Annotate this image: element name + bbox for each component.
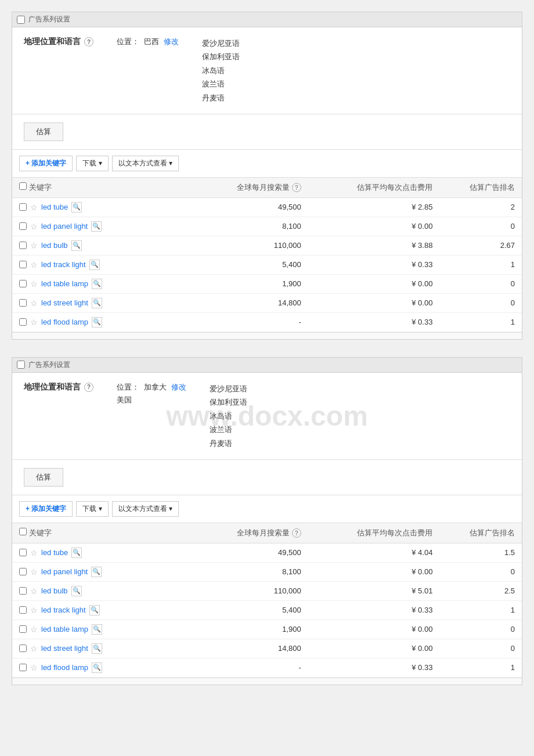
table-row: ☆ led flood lamp 🔍 - ¥ 0.33 1 <box>12 312 522 332</box>
select-all-1[interactable] <box>19 182 27 190</box>
row-checkbox-2-2[interactable] <box>19 587 27 595</box>
download-btn-2[interactable]: 下载 ▾ <box>76 501 108 517</box>
row-checkbox-2-0[interactable] <box>19 549 27 556</box>
star-icon-1-3[interactable]: ☆ <box>30 260 38 269</box>
geo-help-icon-1[interactable]: ? <box>84 37 93 46</box>
row-checkbox-1-2[interactable] <box>19 242 27 249</box>
keyword-link-2-3[interactable]: led track light <box>41 606 86 614</box>
searches-cell-2-0: 49,500 <box>176 543 308 562</box>
section2-checkbox[interactable] <box>17 361 25 369</box>
row-checkbox-1-0[interactable] <box>19 203 27 211</box>
row-checkbox-1-3[interactable] <box>19 261 27 268</box>
keyword-cell-2-3: ☆ led track light 🔍 <box>12 600 176 620</box>
row-checkbox-2-5[interactable] <box>19 645 27 652</box>
search-icon-btn-1-6[interactable]: 🔍 <box>92 317 102 327</box>
star-icon-2-6[interactable]: ☆ <box>30 663 38 672</box>
row-checkbox-2-3[interactable] <box>19 606 27 614</box>
keyword-link-2-0[interactable]: led tube <box>41 548 68 557</box>
star-icon-1-5[interactable]: ☆ <box>30 298 38 308</box>
row-checkbox-1-4[interactable] <box>19 280 27 287</box>
download-btn-1[interactable]: 下载 ▾ <box>76 156 108 171</box>
search-icon-btn-1-5[interactable]: 🔍 <box>92 298 102 308</box>
geo-help-icon-2[interactable]: ? <box>84 383 93 392</box>
text-view-btn-2[interactable]: 以文本方式查看 ▾ <box>112 501 179 517</box>
star-icon-2-4[interactable]: ☆ <box>30 625 38 634</box>
rank-cell-1-0: 2 <box>439 197 522 217</box>
select-all-2[interactable] <box>19 528 27 535</box>
keyword-cell-1-3: ☆ led track light 🔍 <box>12 255 176 274</box>
col-header-searches-1: 全球每月搜索量 ? <box>176 177 308 197</box>
add-keyword-btn-2[interactable]: + 添加关键字 <box>19 501 73 517</box>
location-label-2: 位置： <box>117 382 139 393</box>
search-icon-btn-1-0[interactable]: 🔍 <box>71 202 82 213</box>
search-icon-btn-2-1[interactable]: 🔍 <box>91 567 102 577</box>
row-checkbox-2-6[interactable] <box>19 664 27 671</box>
row-checkbox-2-1[interactable] <box>19 568 27 575</box>
lang-list-1: 爱沙尼亚语 保加利亚语 冰岛语 波兰语 丹麦语 <box>202 37 240 105</box>
search-icon-btn-2-2[interactable]: 🔍 <box>71 586 82 596</box>
searches-cell-1-0: 49,500 <box>176 197 308 217</box>
keyword-link-1-5[interactable]: led street light <box>41 298 88 307</box>
geo-lang-section-1: 地理位置和语言 ? 位置： 巴西 修改 爱沙尼亚语 保加利亚语 冰岛语 波兰语 … <box>12 27 522 114</box>
location-info-1: 位置： 巴西 修改 <box>117 37 179 47</box>
row-checkbox-2-4[interactable] <box>19 625 27 633</box>
star-icon-2-0[interactable]: ☆ <box>30 548 38 557</box>
location-row-2: 位置： 加拿大 修改 <box>117 382 186 393</box>
row-checkbox-1-5[interactable] <box>19 299 27 307</box>
table-row: ☆ led flood lamp 🔍 - ¥ 0.33 1 <box>12 658 522 677</box>
keyword-link-1-4[interactable]: led table lamp <box>41 279 88 288</box>
searches-cell-1-1: 8,100 <box>176 217 308 236</box>
search-icon-btn-1-4[interactable]: 🔍 <box>92 279 102 289</box>
search-icon-btn-1-3[interactable]: 🔍 <box>89 260 100 270</box>
table-row: ☆ led tube 🔍 49,500 ¥ 4.04 1.5 <box>12 543 522 562</box>
section1-checkbox[interactable] <box>17 16 25 24</box>
search-icon-btn-2-4[interactable]: 🔍 <box>92 624 102 635</box>
modify-link-1[interactable]: 修改 <box>164 37 179 47</box>
search-icon-btn-2-3[interactable]: 🔍 <box>89 605 100 615</box>
keyword-link-2-4[interactable]: led table lamp <box>41 625 88 633</box>
cpc-cell-1-6: ¥ 0.33 <box>308 312 440 332</box>
row-checkbox-1-6[interactable] <box>19 318 27 326</box>
searches-cell-1-3: 5,400 <box>176 255 308 274</box>
keyword-cell-2-5: ☆ led street light 🔍 <box>12 639 176 658</box>
section1-label: 广告系列设置 <box>28 15 70 24</box>
modify-link-2[interactable]: 修改 <box>171 382 186 393</box>
star-icon-2-3[interactable]: ☆ <box>30 606 38 615</box>
star-icon-2-1[interactable]: ☆ <box>30 567 38 577</box>
keyword-link-2-5[interactable]: led street light <box>41 644 88 653</box>
col-header-keyword-1: 关键字 <box>12 177 176 197</box>
searches-help-2[interactable]: ? <box>292 528 301 538</box>
star-icon-1-4[interactable]: ☆ <box>30 279 38 289</box>
add-keyword-btn-1[interactable]: + 添加关键字 <box>19 156 73 171</box>
star-icon-2-2[interactable]: ☆ <box>30 586 38 596</box>
keyword-link-1-1[interactable]: led panel light <box>41 222 88 231</box>
estimate-section-1: 估算 <box>12 114 522 149</box>
keyword-link-2-2[interactable]: led bulb <box>41 586 68 595</box>
keyword-link-1-6[interactable]: led flood lamp <box>41 318 88 326</box>
cpc-cell-2-1: ¥ 0.00 <box>308 562 440 581</box>
rank-cell-1-6: 1 <box>439 312 522 332</box>
keyword-link-2-6[interactable]: led flood lamp <box>41 663 88 672</box>
searches-help-1[interactable]: ? <box>292 183 301 192</box>
estimate-btn-2[interactable]: 估算 <box>24 468 63 487</box>
estimate-btn-1[interactable]: 估算 <box>24 123 63 141</box>
keyword-link-1-3[interactable]: led track light <box>41 260 86 269</box>
keyword-link-1-0[interactable]: led tube <box>41 203 68 211</box>
rank-cell-1-1: 0 <box>439 217 522 236</box>
star-icon-1-1[interactable]: ☆ <box>30 222 38 231</box>
star-icon-1-2[interactable]: ☆ <box>30 241 38 250</box>
row-checkbox-1-1[interactable] <box>19 222 27 230</box>
search-icon-btn-2-0[interactable]: 🔍 <box>71 548 82 558</box>
search-icon-btn-1-2[interactable]: 🔍 <box>71 240 82 251</box>
cpc-cell-1-0: ¥ 2.85 <box>308 197 440 217</box>
search-icon-btn-2-6[interactable]: 🔍 <box>92 663 102 673</box>
search-icon-btn-1-1[interactable]: 🔍 <box>91 221 102 232</box>
text-view-btn-1[interactable]: 以文本方式查看 ▾ <box>112 156 179 171</box>
searches-cell-2-2: 110,000 <box>176 581 308 600</box>
star-icon-1-0[interactable]: ☆ <box>30 203 38 212</box>
star-icon-2-5[interactable]: ☆ <box>30 644 38 653</box>
keyword-link-1-2[interactable]: led bulb <box>41 241 68 250</box>
star-icon-1-6[interactable]: ☆ <box>30 318 38 327</box>
keyword-link-2-1[interactable]: led panel light <box>41 567 88 576</box>
search-icon-btn-2-5[interactable]: 🔍 <box>92 643 102 654</box>
